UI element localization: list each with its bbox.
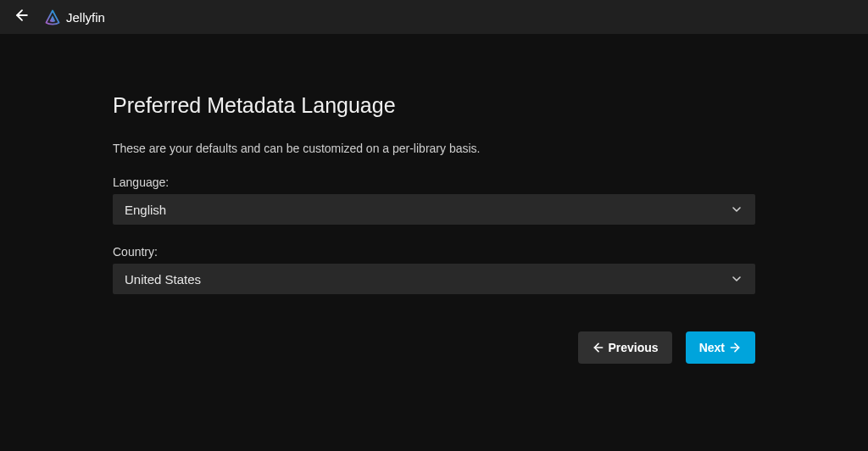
language-field-group: Language: English bbox=[113, 175, 755, 225]
country-select[interactable]: United States bbox=[113, 264, 755, 294]
arrow-right-icon bbox=[728, 341, 742, 354]
brand: Jellyfin bbox=[44, 8, 105, 25]
language-select-value: English bbox=[125, 203, 730, 217]
country-label: Country: bbox=[113, 245, 755, 259]
chevron-down-icon bbox=[730, 203, 743, 216]
arrow-left-icon bbox=[592, 341, 605, 354]
previous-button[interactable]: Previous bbox=[578, 331, 672, 364]
wizard-container: Preferred Metadata Language These are yo… bbox=[113, 93, 755, 364]
country-select-value: United States bbox=[125, 272, 730, 287]
language-select[interactable]: English bbox=[113, 194, 755, 225]
arrow-left-icon bbox=[14, 7, 31, 27]
previous-button-label: Previous bbox=[609, 341, 659, 354]
chevron-down-icon bbox=[730, 272, 743, 286]
country-field-group: Country: United States bbox=[113, 245, 755, 294]
app-header: Jellyfin bbox=[0, 0, 868, 34]
page-title: Preferred Metadata Language bbox=[113, 93, 755, 118]
wizard-button-row: Previous Next bbox=[113, 331, 755, 364]
jellyfin-logo-icon bbox=[44, 8, 61, 25]
next-button-label: Next bbox=[699, 341, 725, 354]
next-button[interactable]: Next bbox=[686, 331, 755, 364]
page-subtitle: These are your defaults and can be custo… bbox=[113, 142, 755, 155]
back-button[interactable] bbox=[10, 5, 34, 29]
brand-name: Jellyfin bbox=[66, 10, 105, 25]
language-label: Language: bbox=[113, 175, 755, 189]
main-content: Preferred Metadata Language These are yo… bbox=[0, 34, 868, 364]
